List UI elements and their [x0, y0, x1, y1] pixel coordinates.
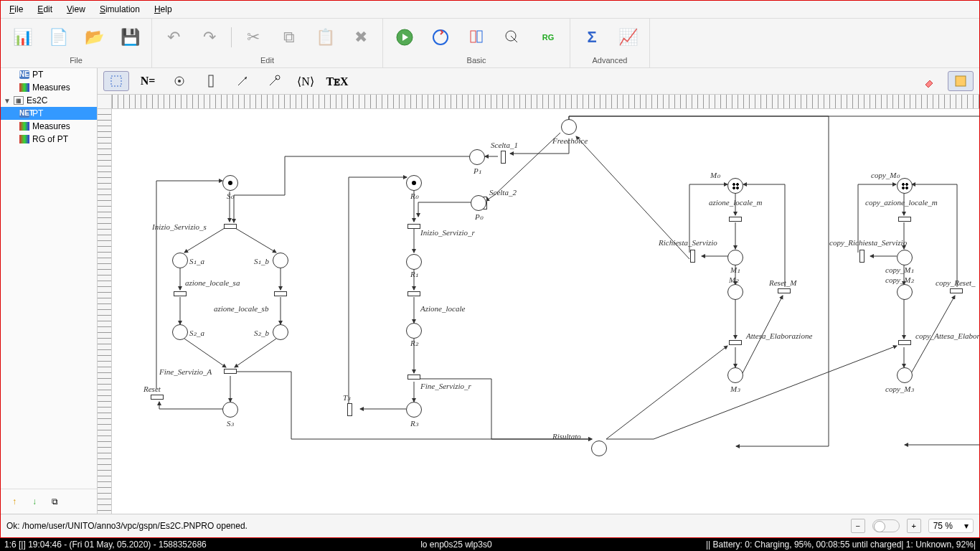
arc-tool[interactable] — [230, 71, 255, 91]
transition-copy-az-m[interactable] — [898, 217, 911, 222]
play-button[interactable] — [387, 23, 422, 52]
paste-button[interactable]: 📋 — [308, 23, 342, 52]
petri-net-canvas[interactable]: Freechoice Scelta_1 P₁ Scelta_2 P₀ S₀ — [112, 109, 979, 511]
copy-icon: ⧉ — [52, 496, 58, 507]
transition-az-sa[interactable] — [174, 291, 187, 296]
place-tool[interactable] — [166, 71, 192, 91]
place-m2[interactable] — [727, 284, 743, 300]
tex-tool[interactable]: TᴇX — [324, 71, 350, 91]
place-s3[interactable] — [222, 402, 238, 418]
transition-reset-m[interactable] — [778, 288, 791, 293]
label: copy_M₃ — [885, 385, 914, 394]
label: Fine_Servizio_A — [159, 367, 212, 376]
label: azione_locale_sb — [214, 304, 268, 313]
transition-fine-r[interactable] — [407, 375, 420, 380]
place-r0[interactable] — [406, 175, 422, 191]
menu-view[interactable]: View — [61, 2, 91, 17]
label: S₁_b — [254, 257, 269, 266]
place-s1b[interactable] — [273, 253, 288, 268]
tree-item-pt[interactable]: NET PT — [1, 68, 97, 81]
transition-inizio-r[interactable] — [407, 224, 420, 229]
sigma-button[interactable]: Σ — [575, 23, 609, 52]
tree-item-project[interactable]: ▼ ▦ Es2C — [1, 94, 97, 107]
tree-item-rg[interactable]: RG of PT — [1, 133, 97, 146]
duplicate-button[interactable]: ⧉ — [47, 494, 62, 509]
angle-n-tool[interactable]: ⟨N⟩ — [293, 71, 319, 91]
place-m3[interactable] — [727, 367, 743, 383]
undo-button[interactable]: ↶ — [156, 23, 191, 52]
redo-button[interactable]: ↷ — [192, 23, 227, 52]
place-s2b[interactable] — [273, 324, 288, 340]
transition-rich-serv[interactable] — [690, 250, 695, 263]
place-copy-m1[interactable] — [897, 250, 913, 265]
menu-simulation[interactable]: Simulation — [94, 2, 146, 17]
place-risultato[interactable] — [591, 441, 607, 456]
transition-copy-reset[interactable] — [950, 288, 963, 293]
measure-button[interactable] — [495, 23, 529, 52]
n-eq-tool[interactable]: N= — [135, 71, 161, 91]
move-down-button[interactable]: ↓ — [27, 494, 42, 509]
label: azione_locale_m — [709, 198, 763, 207]
zoom-value: 75 % — [933, 521, 953, 531]
label: Reset — [143, 385, 161, 393]
select-tool[interactable] — [103, 71, 129, 91]
unfold-button[interactable] — [459, 23, 494, 52]
new-project-button[interactable]: 📊 — [5, 23, 39, 52]
menu-edit[interactable]: Edit — [32, 2, 58, 17]
transition-copy-rich[interactable] — [859, 250, 864, 263]
label: R₃ — [410, 419, 418, 428]
tree-item-measures[interactable]: Measures — [1, 81, 97, 94]
label: copy_Attesa_Elaborazione — [915, 331, 979, 340]
cut-button[interactable]: ✂ — [236, 23, 270, 52]
step-button[interactable] — [423, 23, 458, 52]
transition-az-sb[interactable] — [274, 291, 287, 296]
ruler-toggle[interactable] — [948, 71, 974, 91]
mode-toggle[interactable] — [872, 519, 900, 532]
transition-scelta1[interactable] — [501, 151, 506, 164]
inhibitor-tool[interactable] — [261, 71, 287, 91]
place-m1[interactable] — [727, 250, 743, 265]
place-copy-m0[interactable] — [897, 178, 913, 194]
place-r1[interactable] — [406, 254, 422, 270]
move-up-button[interactable]: ↑ — [6, 494, 22, 509]
copy-button[interactable]: ⧉ — [272, 23, 306, 52]
open-button[interactable]: 📂 — [77, 23, 111, 52]
menu-file[interactable]: FFileile — [4, 2, 29, 17]
menu-help[interactable]: Help — [149, 2, 178, 17]
place-s2a[interactable] — [172, 324, 188, 340]
transition-tool[interactable] — [198, 71, 224, 91]
place-p0[interactable] — [471, 195, 486, 211]
canvas-viewport[interactable]: Freechoice Scelta_1 P₁ Scelta_2 P₀ S₀ — [112, 109, 979, 514]
zoom-out-button[interactable]: − — [851, 519, 865, 533]
transition-attesa[interactable] — [729, 340, 742, 345]
transition-fine-s[interactable] — [224, 369, 237, 374]
new-page-button[interactable]: 📄 — [41, 23, 75, 52]
transition-copy-attesa[interactable] — [898, 340, 911, 345]
tree-item-measures-2[interactable]: Measures — [1, 120, 97, 133]
zoom-in-button[interactable]: + — [907, 519, 921, 533]
transition-az-m[interactable] — [729, 217, 742, 222]
transition-az-locale[interactable] — [407, 291, 420, 296]
place-r3[interactable] — [406, 402, 422, 418]
place-p1[interactable] — [469, 149, 485, 165]
eraser-tool[interactable] — [916, 71, 942, 91]
place-s0[interactable] — [222, 175, 238, 191]
delete-button[interactable]: ✖ — [344, 23, 378, 52]
tree-item-pt-selected[interactable]: NET PT — [1, 107, 97, 120]
label: azione_locale_sa — [185, 278, 240, 287]
place-m0[interactable] — [727, 178, 743, 194]
net-icon: NET — [19, 70, 29, 79]
transition-inizio-s[interactable] — [224, 224, 237, 229]
transition-t3[interactable] — [347, 403, 352, 416]
place-copy-m2[interactable] — [897, 284, 913, 300]
transition-reset[interactable] — [151, 395, 164, 400]
zoom-dropdown[interactable]: 75 % ▾ — [928, 519, 974, 533]
advanced-tool-button[interactable]: 📈 — [611, 23, 645, 52]
place-copy-m3[interactable] — [897, 367, 913, 383]
place-freechoice[interactable] — [561, 119, 577, 135]
place-r2[interactable] — [406, 323, 422, 339]
place-s1a[interactable] — [172, 253, 188, 268]
save-button[interactable]: 💾 — [113, 23, 147, 52]
rg-button[interactable]: RG — [531, 23, 565, 52]
project-tree[interactable]: NET PT Measures ▼ ▦ Es2C NET PT — [1, 68, 97, 489]
